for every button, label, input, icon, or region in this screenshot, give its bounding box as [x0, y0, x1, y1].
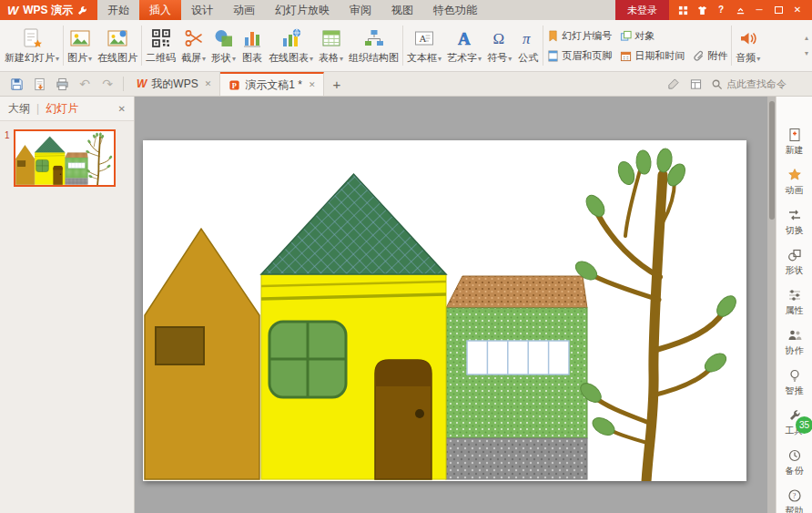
help-circle-icon: ? [787, 488, 802, 503]
tab-review[interactable]: 审阅 [340, 0, 381, 20]
doc-tab-presentation1[interactable]: P 演示文稿1 * [220, 72, 324, 96]
apps-grid-icon[interactable] [677, 5, 688, 15]
audio-button[interactable]: 音频 [733, 20, 763, 71]
shapes-button[interactable]: 形状 [208, 20, 239, 71]
sidebar-item-tools[interactable]: 工具 35 [776, 403, 812, 443]
sidebar-item-collaboration[interactable]: 协作 [776, 323, 812, 363]
table-icon [320, 27, 342, 49]
fold-ribbon-icon[interactable] [735, 5, 746, 15]
dropdown-caret-icon [56, 52, 59, 63]
wordart-button[interactable]: A 艺术字 [444, 20, 484, 71]
slide-1[interactable] [143, 140, 746, 481]
slides-panel: 大纲 | 幻灯片 1 [0, 97, 135, 513]
command-search[interactable] [711, 78, 805, 90]
slide-number-label: 幻灯片编号 [562, 29, 612, 43]
scrollbar-thumb[interactable] [769, 101, 775, 220]
org-chart-button[interactable]: 组织结构图 [346, 20, 401, 71]
org-chart-icon [363, 27, 385, 49]
screenshot-button[interactable]: 截屏 [178, 20, 208, 71]
sidebar-item-properties[interactable]: 属性 [776, 282, 812, 323]
object-button[interactable]: 对象 [620, 29, 655, 43]
close-panel-icon[interactable] [118, 104, 126, 114]
help-icon[interactable] [716, 5, 726, 15]
table-button[interactable]: 表格 [316, 20, 346, 71]
redo-icon[interactable] [100, 77, 115, 91]
sidebar-label: 动画 [786, 184, 804, 197]
tab-slides[interactable]: 幻灯片 [46, 101, 78, 117]
sidebar-item-smart-recommend[interactable]: 智推 [776, 363, 812, 403]
panel-divider: | [36, 102, 39, 115]
online-picture-button[interactable]: 在线图片 [95, 20, 140, 71]
format-brush-icon[interactable] [665, 77, 680, 91]
scroll-down-icon[interactable]: ▾ [805, 49, 808, 57]
right-sidebar: 新建 动画 切换 形状 属性 协作 [776, 97, 812, 513]
symbol-label: 符号 [487, 51, 507, 65]
document-tabbar: W 我的WPS P 演示文稿1 * + [0, 72, 812, 97]
layout-panel-icon[interactable] [688, 77, 703, 91]
search-icon [711, 78, 723, 90]
tab-slideshow[interactable]: 幻灯片放映 [265, 0, 340, 20]
text-box-button[interactable]: A 文本框 [404, 20, 444, 71]
attachment-button[interactable]: 附件 [693, 49, 727, 63]
tab-special-features[interactable]: 特色功能 [423, 0, 487, 20]
new-slide-button[interactable]: 新建幻灯片 [2, 20, 62, 71]
close-tab-icon[interactable] [205, 79, 212, 88]
chart-button[interactable]: 图表 [239, 20, 266, 71]
sidebar-item-help[interactable]: ? 帮助 [776, 483, 812, 513]
formula-pi-icon: π [517, 27, 539, 49]
new-tab-button[interactable]: + [324, 77, 349, 92]
online-chart-button[interactable]: 在线图表 [266, 20, 316, 71]
dropdown-caret-icon [232, 52, 236, 63]
scroll-up-icon[interactable]: ▴ [805, 34, 808, 42]
new-page-icon [787, 128, 802, 142]
slide-artwork-houses-and-tree[interactable] [143, 140, 746, 481]
dropdown-caret-icon [438, 52, 442, 63]
login-status[interactable]: 未登录 [615, 0, 669, 20]
svg-text:A: A [420, 33, 427, 44]
slide-thumbnail[interactable] [14, 129, 116, 187]
svg-text:A: A [458, 28, 471, 47]
tab-view[interactable]: 视图 [381, 0, 423, 20]
object-icon [620, 30, 632, 42]
formula-button[interactable]: π 公式 [514, 20, 542, 71]
properties-sliders-icon [787, 288, 802, 303]
skin-icon[interactable] [696, 5, 707, 15]
customize-icon[interactable] [77, 5, 88, 15]
tab-insert[interactable]: 插入 [139, 0, 181, 20]
vertical-scrollbar[interactable] [767, 97, 776, 513]
wordart-icon: A [453, 27, 475, 49]
sidebar-label: 新建 [786, 144, 804, 157]
tab-home[interactable]: 开始 [97, 0, 139, 20]
sidebar-item-animation[interactable]: 动画 [776, 162, 812, 202]
undo-icon[interactable] [77, 77, 92, 91]
close-icon[interactable] [792, 5, 803, 15]
ribbon-scroll-arrows[interactable]: ▴ ▾ [803, 34, 810, 57]
editing-canvas[interactable] [135, 97, 776, 513]
date-time-button[interactable]: 日期和时间 [620, 49, 685, 63]
sidebar-item-new[interactable]: 新建 [776, 122, 812, 162]
close-tab-icon[interactable] [309, 80, 316, 89]
tab-outline[interactable]: 大纲 [8, 101, 30, 117]
maximize-icon[interactable] [773, 5, 784, 15]
window-controls [669, 0, 812, 20]
header-footer-button[interactable]: 页眉和页脚 [547, 49, 612, 63]
sidebar-item-backup[interactable]: 备份 [776, 443, 812, 483]
picture-button[interactable]: 图片 [65, 20, 95, 71]
new-slide-icon [21, 27, 43, 49]
picture-icon [69, 27, 91, 49]
app-logo[interactable]: W WPS 演示 [0, 0, 97, 20]
doc-tab-my-wps[interactable]: W 我的WPS [128, 72, 220, 96]
search-input[interactable] [726, 78, 805, 89]
ribbon-separator [543, 26, 543, 66]
print-icon[interactable] [55, 77, 69, 91]
qrcode-button[interactable]: 二维码 [143, 20, 178, 71]
sidebar-item-shapes[interactable]: 形状 [776, 242, 812, 282]
tab-animation[interactable]: 动画 [223, 0, 265, 20]
slide-number-button[interactable]: 幻灯片编号 [547, 29, 612, 43]
sidebar-item-transition[interactable]: 切换 [776, 202, 812, 242]
export-icon[interactable] [32, 77, 46, 91]
save-icon[interactable] [9, 77, 24, 91]
minimize-icon[interactable] [754, 5, 765, 15]
symbol-button[interactable]: Ω 符号 [484, 20, 514, 71]
tab-design[interactable]: 设计 [181, 0, 223, 20]
